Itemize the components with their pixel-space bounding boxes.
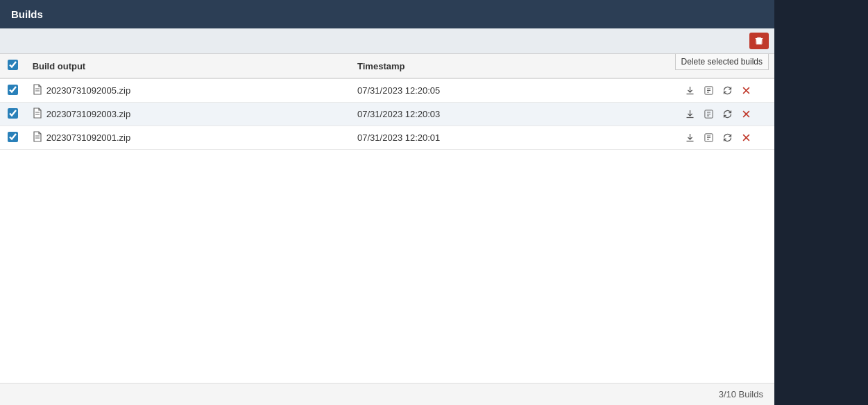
build-output-header: Build output [26, 54, 350, 78]
timestamp-header: Timestamp [350, 54, 675, 78]
footer-bar: 3/10 Builds [0, 383, 774, 405]
download-icon [685, 132, 695, 143]
close-icon [741, 85, 751, 96]
delete-row-button[interactable] [738, 84, 754, 97]
refresh-icon [722, 132, 733, 143]
filename: 20230731092003.zip [46, 109, 130, 119]
build-output-cell: 20230731092005.zip [26, 78, 350, 103]
table-header-row: Build output Timestamp Actions [0, 54, 774, 78]
deploy-button[interactable] [701, 131, 717, 144]
builds-table: Build output Timestamp Actions [0, 54, 774, 150]
page-title: Builds [11, 8, 43, 20]
rebuild-button[interactable] [720, 131, 735, 144]
delete-row-button[interactable] [738, 107, 754, 121]
row-checkbox[interactable] [8, 108, 18, 119]
download-button[interactable] [682, 84, 698, 97]
file-icon [33, 131, 42, 144]
row-select-cell[interactable] [0, 126, 26, 150]
file-icon [33, 107, 42, 121]
toolbar: Delete selected builds [0, 28, 774, 54]
sidebar [774, 0, 868, 405]
table-row: 20230731092003.zip 07/31/2023 12:20:03 [0, 103, 774, 126]
download-button[interactable] [682, 131, 698, 144]
trash-icon [754, 36, 764, 46]
select-all-header[interactable] [0, 54, 26, 78]
rebuild-button[interactable] [720, 107, 735, 121]
refresh-icon [722, 109, 733, 119]
builds-table-container: Build output Timestamp Actions [0, 54, 774, 383]
actions-cell [675, 103, 774, 126]
rebuild-button[interactable] [720, 84, 735, 97]
actions-header: Actions [675, 54, 774, 78]
table-row: 20230731092001.zip 07/31/2023 12:20:01 [0, 126, 774, 150]
filename: 20230731092001.zip [46, 132, 130, 143]
deploy-icon [704, 109, 714, 119]
refresh-icon [722, 85, 733, 96]
download-button[interactable] [682, 107, 698, 121]
file-icon [33, 84, 42, 97]
deploy-button[interactable] [701, 84, 717, 97]
row-select-cell[interactable] [0, 78, 26, 103]
deploy-icon [704, 132, 714, 143]
row-checkbox[interactable] [8, 132, 18, 142]
table-row: 20230731092005.zip 07/31/2023 12:20:05 [0, 78, 774, 103]
delete-selected-button[interactable] [749, 33, 769, 49]
timestamp-cell: 07/31/2023 12:20:01 [350, 126, 675, 150]
deploy-icon [704, 85, 714, 96]
timestamp-cell: 07/31/2023 12:20:05 [350, 78, 675, 103]
build-output-cell: 20230731092001.zip [26, 126, 350, 150]
download-icon [685, 85, 695, 96]
close-icon [741, 109, 751, 119]
actions-cell [675, 78, 774, 103]
actions-cell [675, 126, 774, 150]
build-output-cell: 20230731092003.zip [26, 103, 350, 126]
timestamp-cell: 07/31/2023 12:20:03 [350, 103, 675, 126]
row-select-cell[interactable] [0, 103, 26, 126]
download-icon [685, 109, 695, 119]
builds-count: 3/10 Builds [719, 389, 763, 399]
delete-row-button[interactable] [738, 131, 754, 144]
filename: 20230731092005.zip [46, 85, 130, 96]
deploy-button[interactable] [701, 107, 717, 121]
row-checkbox[interactable] [8, 85, 18, 95]
page-header: Builds [0, 0, 774, 28]
close-icon [741, 132, 751, 143]
select-all-checkbox[interactable] [8, 60, 18, 70]
